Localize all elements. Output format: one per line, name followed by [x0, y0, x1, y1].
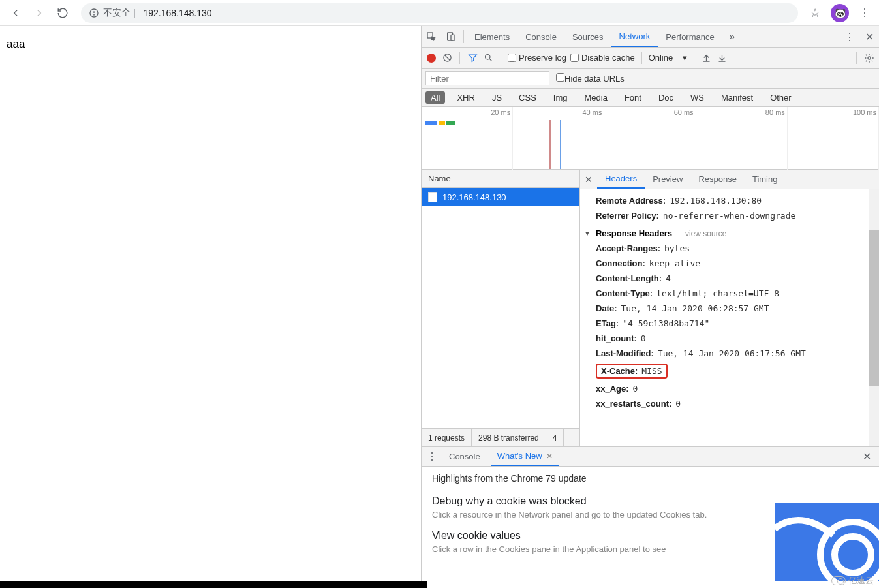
triangle-down-icon: ▼ [584, 230, 591, 237]
svg-line-9 [489, 59, 491, 61]
devtools-menu-button[interactable]: ⋮ [840, 26, 859, 47]
highlights-title: Highlights from the Chrome 79 update [432, 473, 869, 484]
tab-timing[interactable]: Timing [745, 170, 786, 189]
search-button[interactable] [482, 52, 494, 64]
browser-toolbar: 不安全 | 192.168.148.130 ☆ 🐼 ⋮ [0, 0, 879, 26]
page-viewport: aaa [0, 26, 422, 581]
request-status-bar: 1 requests 298 B transferred 4 [422, 428, 579, 446]
filter-type-img[interactable]: Img [548, 91, 573, 104]
domcontentloaded-marker [549, 120, 551, 169]
timeline-bars [425, 121, 455, 127]
filter-type-other[interactable]: Other [765, 91, 797, 104]
page-text: aaa [7, 38, 25, 50]
reload-button[interactable] [52, 3, 73, 23]
drawer-tabs: ⋮ Console What's New✕ ✕ [422, 447, 879, 467]
drawer-tab-whatsnew[interactable]: What's New✕ [491, 447, 559, 466]
tab-elements[interactable]: Elements [467, 26, 517, 47]
tab-network[interactable]: Network [611, 26, 658, 47]
inspect-icon [426, 31, 437, 42]
headers-body[interactable]: Remote Address:192.168.148.130:80 Referr… [580, 189, 879, 446]
devtools-close-button[interactable]: ✕ [859, 26, 879, 47]
document-icon [428, 192, 437, 202]
scrollbar-thumb[interactable] [869, 230, 879, 386]
status-transferred: 298 B transferred [472, 429, 546, 446]
devtools-tabs: Elements Console Sources Network Perform… [422, 26, 879, 48]
promo-image [775, 503, 879, 581]
drawer-tab-console[interactable]: Console [442, 447, 487, 466]
search-icon [484, 53, 493, 63]
watermark-icon [831, 576, 846, 585]
close-icon[interactable]: ✕ [546, 452, 553, 461]
tab-console[interactable]: Console [517, 26, 564, 47]
filter-type-xhr[interactable]: XHR [452, 91, 480, 104]
download-har-button[interactable] [717, 52, 728, 64]
hide-data-urls-checkbox[interactable]: Hide data URLs [556, 73, 625, 84]
address-bar[interactable]: 不安全 | 192.168.148.130 [81, 3, 798, 23]
insecure-label: 不安全 [103, 7, 131, 19]
forward-button[interactable] [29, 3, 50, 23]
browser-menu-button[interactable]: ⋮ [856, 4, 874, 22]
status-requests: 1 requests [422, 429, 472, 446]
filter-type-manifest[interactable]: Manifest [716, 91, 758, 104]
filter-toggle-button[interactable] [467, 52, 478, 64]
drawer-close-button[interactable]: ✕ [858, 450, 875, 463]
record-icon [427, 54, 436, 63]
upload-har-button[interactable] [701, 52, 713, 64]
details-close-button[interactable]: ✕ [580, 170, 597, 189]
throttle-select[interactable]: Online ▾ [649, 53, 687, 63]
arrow-left-icon [10, 7, 22, 19]
clear-button[interactable] [441, 52, 453, 64]
view-source-link[interactable]: view source [685, 229, 726, 238]
whatsnew-body[interactable]: Highlights from the Chrome 79 update Deb… [422, 467, 879, 581]
filter-type-doc[interactable]: Doc [653, 91, 679, 104]
filter-input[interactable] [425, 71, 549, 85]
tab-sources[interactable]: Sources [564, 26, 611, 47]
request-list-header[interactable]: Name [422, 170, 579, 188]
network-settings-button[interactable] [863, 52, 875, 64]
network-toolbar: Preserve log Disable cache Online ▾ [422, 48, 879, 69]
device-toolbar-button[interactable] [441, 26, 461, 47]
preserve-log-checkbox[interactable]: Preserve log [508, 53, 566, 63]
tab-performance[interactable]: Performance [658, 26, 722, 47]
filter-types: All XHR JS CSS Img Media Font Doc WS Man… [422, 89, 879, 107]
response-headers-section[interactable]: ▼ Response Headers view source [584, 223, 879, 241]
upload-icon [702, 53, 711, 63]
filter-type-css[interactable]: CSS [514, 91, 542, 104]
watermark: 亿速云 [831, 575, 874, 587]
arrow-right-icon [33, 7, 45, 19]
taskbar-fragment [0, 581, 427, 588]
profile-avatar[interactable]: 🐼 [831, 4, 849, 22]
load-marker [560, 120, 561, 169]
inspect-element-button[interactable] [422, 26, 441, 47]
info-icon [89, 8, 99, 18]
svg-point-10 [868, 57, 871, 59]
request-list: Name 192.168.148.130 1 requests 298 B tr… [422, 170, 580, 446]
drawer-menu-button[interactable]: ⋮ [425, 450, 439, 463]
reload-icon [57, 7, 69, 19]
record-button[interactable] [425, 52, 437, 64]
filter-type-font[interactable]: Font [619, 91, 647, 104]
filter-type-ws[interactable]: WS [685, 91, 709, 104]
request-row[interactable]: 192.168.148.130 [422, 188, 579, 206]
filter-icon [468, 53, 478, 63]
filter-type-all[interactable]: All [425, 91, 445, 104]
tab-headers[interactable]: Headers [597, 170, 645, 189]
status-resources: 4 [546, 429, 564, 446]
svg-point-8 [485, 55, 490, 60]
tab-response[interactable]: Response [690, 170, 745, 189]
details-tabs: ✕ Headers Preview Response Timing [580, 170, 879, 189]
device-icon [446, 31, 456, 42]
request-details: ✕ Headers Preview Response Timing Remote… [580, 170, 879, 446]
bookmark-button[interactable]: ☆ [806, 6, 824, 20]
devtools-panel: Elements Console Sources Network Perform… [422, 26, 879, 581]
tab-preview[interactable]: Preview [645, 170, 690, 189]
console-drawer: ⋮ Console What's New✕ ✕ Highlights from … [422, 446, 879, 581]
back-button[interactable] [5, 3, 26, 23]
x-cache-header: X-Cache: MISS [592, 361, 879, 381]
request-name: 192.168.148.130 [442, 193, 506, 202]
disable-cache-checkbox[interactable]: Disable cache [570, 53, 635, 63]
filter-type-js[interactable]: JS [487, 91, 507, 104]
filter-type-media[interactable]: Media [579, 91, 612, 104]
more-tabs-button[interactable]: » [722, 26, 742, 47]
network-timeline[interactable]: 20 ms 40 ms 60 ms 80 ms 100 ms [422, 107, 879, 170]
